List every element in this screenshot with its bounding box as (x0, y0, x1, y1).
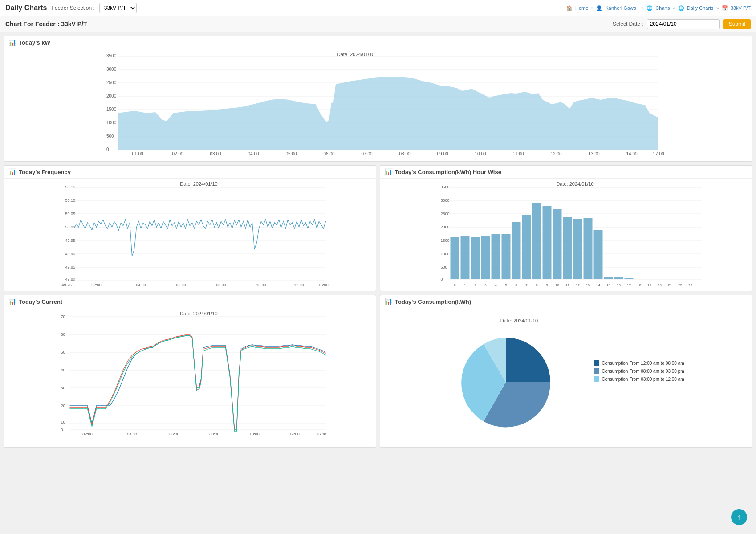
svg-text:08:00: 08:00 (216, 283, 226, 287)
frequency-chart-title: Today's Frequency (19, 169, 71, 175)
nav-cal-icon: 📅 (722, 5, 728, 11)
svg-text:12:00: 12:00 (294, 283, 304, 287)
svg-text:12:00: 12:00 (550, 151, 561, 156)
header-left: Daily Charts Feeder Selection : 33kV P/T (5, 3, 137, 13)
svg-text:14: 14 (596, 283, 600, 287)
pie-legend: Consumption From 12:00 am to 08:00 am Co… (594, 360, 684, 382)
svg-rect-84 (543, 206, 552, 279)
svg-text:03:00: 03:00 (210, 151, 221, 156)
svg-text:50.15: 50.15 (65, 185, 76, 189)
svg-text:13: 13 (586, 283, 590, 287)
consumption-kwh-title: Today's Consumption(kWh) (395, 298, 471, 305)
sub-header: Chart For Feeder : 33kV P/T Select Date … (0, 16, 756, 32)
svg-text:40: 40 (61, 368, 65, 372)
consumption-hourwise-title: Today's Consumption(kWh) Hour Wise (395, 169, 501, 175)
svg-text:Date: 2024/01/10: Date: 2024/01/10 (337, 52, 374, 57)
nav-sep1: » (591, 5, 593, 11)
kw-chart-header: 📊 Today's kW (4, 36, 752, 49)
nav-charts-icon: 🌐 (646, 5, 653, 11)
svg-text:Date: 2024/01/10: Date: 2024/01/10 (180, 311, 217, 316)
svg-text:0: 0 (454, 283, 456, 287)
current-chart-icon: 📊 (8, 298, 16, 305)
svg-text:0: 0 (106, 147, 109, 152)
nav-home[interactable]: Home (575, 5, 588, 11)
feeder-select[interactable]: 33kV P/T (99, 3, 137, 13)
svg-text:21: 21 (668, 283, 672, 287)
frequency-chart-body: 50.15 50.10 50.05 50.00 49.95 49.90 49.8… (4, 179, 376, 291)
chart-for-feeder: Chart For Feeder : 33kV P/T (5, 20, 87, 28)
svg-rect-80 (502, 234, 511, 279)
nav-sep4: » (716, 5, 719, 11)
svg-text:10: 10 (555, 283, 559, 287)
svg-text:08:00: 08:00 (399, 151, 410, 156)
feeder-label: Feeder Selection : (51, 5, 94, 11)
svg-text:19: 19 (647, 283, 651, 287)
legend-item-3: Consumption From 03:00 pm to 12:00 am (594, 376, 684, 382)
svg-rect-86 (563, 217, 572, 279)
submit-button[interactable]: Submit (723, 19, 751, 29)
svg-text:16:00: 16:00 (318, 283, 329, 287)
page-title: Daily Charts (5, 4, 47, 12)
svg-text:17: 17 (627, 283, 631, 287)
svg-text:11: 11 (565, 283, 569, 287)
svg-text:49.75: 49.75 (62, 283, 72, 287)
svg-text:16: 16 (617, 283, 621, 287)
date-input[interactable] (647, 19, 720, 29)
two-col-row1: 📊 Today's Frequency 50.15 50.10 50.05 50… (4, 165, 752, 291)
legend-item-1: Consumption From 12:00 am to 08:00 am (594, 360, 684, 366)
svg-text:2000: 2000 (441, 225, 450, 229)
svg-text:05:00: 05:00 (285, 151, 297, 156)
frequency-chart-header: 📊 Today's Frequency (4, 166, 376, 179)
svg-text:10:00: 10:00 (475, 151, 486, 156)
kw-chart-title: Today's kW (19, 39, 50, 46)
svg-rect-91 (614, 277, 623, 279)
consumption-hourwise-panel: 📊 Today's Consumption(kWh) Hour Wise 350… (380, 165, 752, 291)
svg-text:50: 50 (61, 350, 65, 355)
nav-charts[interactable]: Charts (655, 5, 670, 11)
nav-kanheri-icon: 👤 (596, 5, 602, 11)
nav-daily-charts[interactable]: Daily Charts (687, 5, 714, 11)
svg-text:04:00: 04:00 (127, 432, 137, 435)
svg-text:14:00: 14:00 (289, 432, 300, 435)
legend-label-1: Consumption From 12:00 am to 08:00 am (602, 361, 684, 366)
svg-rect-94 (645, 279, 654, 279)
svg-text:1500: 1500 (441, 238, 450, 243)
svg-text:2500: 2500 (441, 212, 450, 216)
svg-text:500: 500 (441, 265, 447, 269)
svg-text:70: 70 (61, 314, 65, 319)
kw-chart-body: 3500 3000 2500 2000 1500 1000 500 0 Date… (4, 49, 752, 161)
svg-text:2500: 2500 (106, 80, 117, 85)
svg-text:49.90: 49.90 (65, 252, 76, 256)
nav-kanheri[interactable]: Kanheri Gawali (605, 5, 638, 11)
svg-text:15: 15 (606, 283, 610, 287)
svg-rect-90 (604, 277, 613, 279)
legend-dot-2 (594, 368, 599, 374)
svg-text:2000: 2000 (106, 94, 117, 98)
svg-text:50.00: 50.00 (65, 225, 76, 229)
svg-text:50.05: 50.05 (65, 212, 76, 216)
svg-rect-79 (492, 234, 500, 279)
svg-rect-83 (532, 203, 541, 279)
svg-rect-85 (553, 209, 562, 279)
svg-marker-17 (118, 77, 658, 150)
current-chart-panel: 📊 Today's Current 70 60 50 40 30 20 10 0 (4, 295, 376, 448)
kw-chart-icon: 📊 (8, 39, 16, 46)
nav-feeder[interactable]: 33kV P/T (731, 5, 751, 11)
svg-text:06:00: 06:00 (176, 283, 186, 287)
svg-text:500: 500 (106, 134, 114, 139)
svg-rect-81 (512, 222, 521, 279)
svg-rect-93 (635, 279, 644, 279)
svg-text:Date: 2024/01/10: Date: 2024/01/10 (556, 181, 593, 187)
breadcrumb: 🏠 Home » 👤 Kanheri Gawali » 🌐 Charts » 🌐… (566, 5, 751, 11)
consumption-kwh-icon: 📊 (385, 298, 392, 305)
svg-rect-87 (573, 219, 582, 279)
svg-text:1500: 1500 (106, 107, 117, 112)
kw-chart-svg: 3500 3000 2500 2000 1500 1000 500 0 Date… (8, 51, 748, 158)
consumption-kwh-svg: Date: 2024/01/10 (448, 315, 590, 440)
consumption-hourwise-body: 3500 3000 2500 2000 1500 1000 500 0 (380, 179, 752, 291)
svg-text:7: 7 (525, 283, 528, 287)
svg-text:8: 8 (536, 283, 538, 287)
svg-text:3: 3 (484, 283, 487, 287)
svg-text:11:00: 11:00 (512, 151, 524, 156)
svg-text:09:00: 09:00 (437, 151, 448, 156)
